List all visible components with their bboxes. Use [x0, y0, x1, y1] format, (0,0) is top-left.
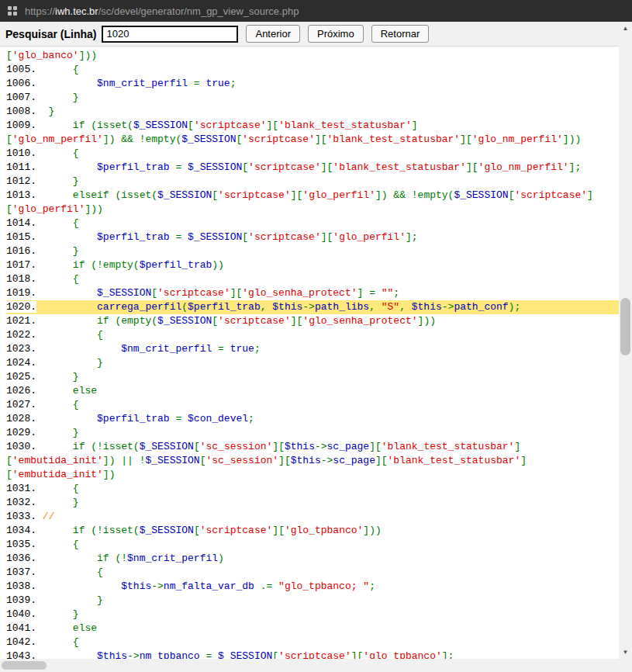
- line-number: 1029.: [6, 427, 36, 438]
- code-text: ['glo_banco'])): [6, 50, 97, 61]
- line-number: 1016.: [6, 245, 36, 257]
- code-text: $this->nm_tpbanco = $_SESSION['scriptcas…: [36, 650, 454, 659]
- proximo-button[interactable]: Próximo: [308, 25, 364, 43]
- line-number: 1018.: [6, 273, 36, 285]
- line-number: 1028.: [6, 413, 36, 424]
- code-row: 1023. $nm_crit_perfil = true;: [6, 342, 619, 356]
- code-text: else: [36, 385, 97, 397]
- horizontal-scrollbar-thumb[interactable]: [2, 661, 47, 670]
- code-text: }: [36, 357, 103, 369]
- code-text: if (!isset($_SESSION['sc_session'][$this…: [36, 441, 520, 452]
- line-number: 1005.: [6, 64, 36, 75]
- line-number: 1035.: [6, 539, 36, 550]
- code-text: {: [36, 273, 79, 285]
- vertical-scrollbar-thumb[interactable]: [620, 298, 630, 355]
- code-text: ['embutida_init']): [6, 469, 115, 480]
- line-number: 1014.: [6, 217, 36, 229]
- code-row: 1035. {: [6, 538, 619, 552]
- code-row: 1009. if (isset($_SESSION['scriptcase'][…: [6, 119, 619, 133]
- code-row: 1024. }: [6, 356, 619, 370]
- code-row: 1030. if (!isset($_SESSION['sc_session']…: [6, 440, 619, 454]
- line-number: 1042.: [6, 636, 36, 648]
- line-number: 1026.: [6, 385, 36, 397]
- vertical-scrollbar[interactable]: ▲ ▼: [619, 22, 632, 659]
- line-number: 1009.: [6, 120, 36, 131]
- url-text[interactable]: https://iwh.tec.br/sc/devel/generator/nm…: [25, 5, 299, 17]
- line-number: 1023.: [6, 343, 36, 355]
- code-text: else: [36, 622, 97, 634]
- code-text: $nm_crit_perfil = true;: [36, 343, 261, 355]
- code-row: 1043. $this->nm_tpbanco = $_SESSION['scr…: [6, 649, 619, 659]
- code-row: 1022. {: [6, 328, 619, 342]
- code-row: ['glo_perfil'])): [6, 203, 619, 216]
- code-text: {: [36, 329, 103, 341]
- code-text: ['glo_nm_perfil']) && !empty($_SESSION['…: [6, 133, 581, 145]
- line-number: 1006.: [6, 78, 36, 89]
- code-row: 1032. }: [6, 496, 619, 510]
- code-text: }: [36, 245, 79, 257]
- line-number: 1039.: [6, 594, 36, 606]
- code-row: 1008. }: [6, 105, 619, 119]
- scroll-down-icon[interactable]: ▼: [619, 646, 632, 659]
- code-row: ['glo_banco'])): [6, 49, 619, 63]
- search-line-input[interactable]: [102, 26, 238, 43]
- code-row: 1026. else: [6, 384, 619, 398]
- code-row: 1038. $this->nm_falta_var_db .= "glo_tpb…: [6, 580, 619, 594]
- line-number: 1031.: [6, 483, 36, 494]
- line-number: 1034.: [6, 525, 36, 536]
- code-text: }: [36, 497, 79, 508]
- code-text: {: [36, 539, 79, 550]
- code-row: 1014. {: [6, 216, 619, 230]
- code-text: }: [36, 594, 103, 606]
- code-row: 1029. }: [6, 426, 619, 440]
- line-number: 1012.: [6, 175, 36, 187]
- line-number: 1013.: [6, 189, 36, 201]
- code-row: 1010. {: [6, 147, 619, 161]
- code-row: 1013. elseif (isset($_SESSION['scriptcas…: [6, 189, 619, 203]
- horizontal-scrollbar[interactable]: [0, 659, 619, 672]
- code-row: 1025. }: [6, 370, 619, 384]
- code-row: 1005. {: [6, 63, 619, 77]
- code-text: $this->nm_falta_var_db .= "glo_tpbanco; …: [36, 580, 375, 592]
- url-scheme: https://: [25, 5, 55, 17]
- code-text: if (empty($_SESSION['scriptcase']['glo_s…: [36, 315, 436, 327]
- code-row: 1006. $nm_crit_perfil = true;: [6, 77, 619, 91]
- code-row: 1027. {: [6, 398, 619, 412]
- code-row: 1033. //: [6, 510, 619, 524]
- retornar-button[interactable]: Retornar: [371, 25, 430, 43]
- code-row: 1034. if (!isset($_SESSION['scriptcase']…: [6, 524, 619, 538]
- code-row: 1028. $perfil_trab = $con_devel;: [6, 412, 619, 426]
- code-text: $_SESSION['scriptcase']['glo_senha_prote…: [36, 287, 399, 299]
- code-row: 1012. }: [6, 175, 619, 189]
- code-row: 1021. if (empty($_SESSION['scriptcase'][…: [6, 314, 619, 328]
- code-row: 1017. if (!empty($perfil_trab)): [6, 258, 619, 272]
- line-number: 1017.: [6, 259, 36, 271]
- code-text: $nm_crit_perfil = true;: [36, 78, 236, 89]
- grid-icon[interactable]: [8, 6, 17, 16]
- code-row: 1011. $perfil_trab = $_SESSION['scriptca…: [6, 161, 619, 175]
- code-text: ['glo_perfil'])): [6, 203, 103, 215]
- code-text: {: [36, 566, 103, 578]
- code-row: 1041. else: [6, 622, 619, 636]
- line-number: 1036.: [6, 552, 36, 564]
- code-text: //: [36, 511, 54, 522]
- line-number: 1022.: [6, 329, 36, 341]
- code-row: ['embutida_init']): [6, 468, 619, 482]
- code-text: }: [36, 175, 79, 187]
- code-row: 1036. if (!$nm_crit_perfil): [6, 552, 619, 566]
- code-text: }: [36, 608, 79, 620]
- browser-address-bar: https://iwh.tec.br/sc/devel/generator/nm…: [0, 0, 632, 22]
- code-row: 1018. {: [6, 272, 619, 286]
- search-toolbar: Pesquisar (Linha) Anterior Próximo Retor…: [0, 22, 632, 47]
- line-number: 1010.: [6, 147, 36, 159]
- code-row: 1015. $perfil_trab = $_SESSION['scriptca…: [6, 230, 619, 244]
- code-text: {: [36, 636, 79, 648]
- line-number: 1041.: [6, 622, 36, 634]
- code-text: if (!isset($_SESSION['scriptcase']['glo_…: [36, 525, 382, 536]
- anterior-button[interactable]: Anterior: [246, 25, 300, 43]
- code-row: 1019. $_SESSION['scriptcase']['glo_senha…: [6, 286, 619, 300]
- code-text: ['embutida_init']) || !$_SESSION['sc_ses…: [6, 455, 527, 466]
- code-text: carrega_perfil($perfil_trab, $this->path…: [36, 301, 520, 313]
- code-text: }: [36, 427, 79, 438]
- scroll-up-icon[interactable]: ▲: [619, 22, 632, 35]
